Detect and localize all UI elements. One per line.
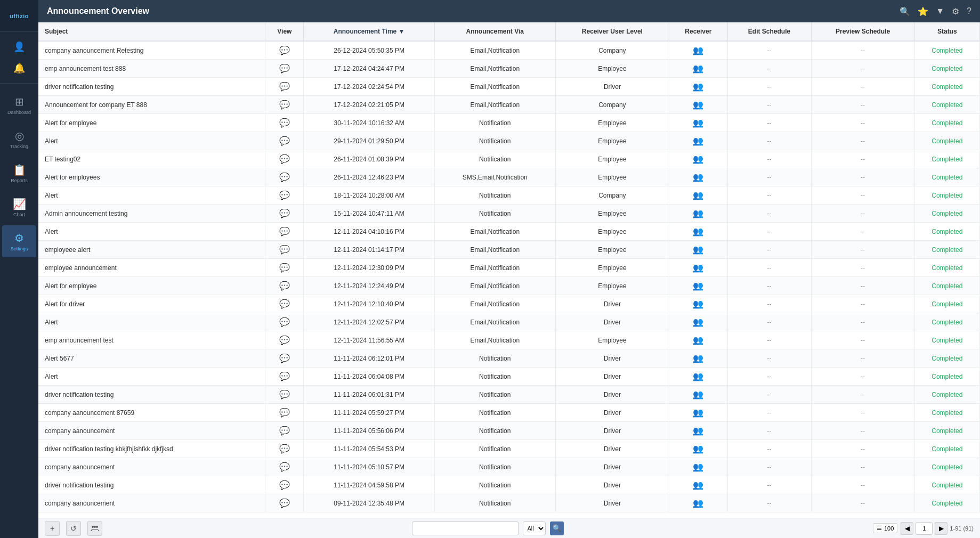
col-edit-schedule[interactable]: Edit Schedule: [727, 22, 811, 41]
sidebar-item-dashboard[interactable]: ⊞ Dashboard: [2, 89, 36, 121]
cell-status: Completed: [914, 277, 979, 295]
cell-via: Notification: [434, 368, 555, 386]
rows-count: 100: [884, 525, 894, 532]
cell-subject: company aanouncement: [38, 458, 265, 476]
cell-view[interactable]: 💬: [265, 422, 304, 440]
rows-per-page[interactable]: ☰ 100: [873, 523, 897, 533]
table-row: emp announcement test 💬 12-11-2024 11:56…: [38, 331, 980, 349]
cell-level: Employee: [555, 331, 669, 349]
cell-edit: --: [727, 132, 811, 150]
cell-status: Completed: [914, 313, 979, 331]
col-announcement-via[interactable]: Announcement Via: [434, 22, 555, 41]
cell-receiver: 👥: [669, 78, 727, 96]
cell-preview: --: [811, 186, 914, 205]
table-container: Subject View Announcement Time ▼ Announc…: [38, 22, 980, 518]
table-row: ET testing02 💬 26-11-2024 01:08:39 PM No…: [38, 150, 980, 168]
col-subject[interactable]: Subject: [38, 22, 265, 41]
export-button[interactable]: [87, 521, 102, 536]
settings-header-icon[interactable]: ⚙: [952, 6, 959, 17]
cell-view[interactable]: 💬: [265, 78, 304, 96]
page-number-input[interactable]: [916, 522, 933, 535]
sidebar-item-reports[interactable]: 📋 Reports: [2, 157, 36, 189]
search-input[interactable]: [412, 521, 519, 535]
cell-view[interactable]: 💬: [265, 60, 304, 78]
cell-level: Employee: [555, 223, 669, 241]
cell-status: Completed: [914, 150, 979, 168]
col-preview-schedule[interactable]: Preview Schedule: [811, 22, 914, 41]
table-row: Announcement for company ET 888 💬 17-12-…: [38, 96, 980, 114]
cell-via: Email,Notification: [434, 96, 555, 114]
cell-view[interactable]: 💬: [265, 494, 304, 512]
cell-status: Completed: [914, 458, 979, 476]
cell-view[interactable]: 💬: [265, 313, 304, 331]
cell-view[interactable]: 💬: [265, 41, 304, 60]
cell-view[interactable]: 💬: [265, 132, 304, 150]
cell-view[interactable]: 💬: [265, 458, 304, 476]
cell-status: Completed: [914, 494, 979, 512]
sidebar-label-chart: Chart: [13, 212, 25, 217]
cell-edit: --: [727, 313, 811, 331]
footer-pagination: ☰ 100 ◀ ▶ 1-91 (91): [873, 522, 974, 535]
col-receiver[interactable]: Receiver: [669, 22, 727, 41]
sidebar: uffizio 👤 🔔 ⊞ Dashboard ◎ Tracking 📋 Rep…: [0, 0, 38, 538]
cell-preview: --: [811, 205, 914, 223]
cell-view[interactable]: 💬: [265, 349, 304, 368]
cell-edit: --: [727, 349, 811, 368]
user-profile-icon[interactable]: 👤: [11, 38, 28, 55]
add-button[interactable]: +: [45, 521, 60, 536]
cell-view[interactable]: 💬: [265, 331, 304, 349]
cell-view[interactable]: 💬: [265, 440, 304, 458]
col-receiver-user-level[interactable]: Receiver User Level: [555, 22, 669, 41]
cell-status: Completed: [914, 114, 979, 132]
cell-view[interactable]: 💬: [265, 205, 304, 223]
sidebar-item-tracking[interactable]: ◎ Tracking: [2, 123, 36, 155]
cell-view[interactable]: 💬: [265, 295, 304, 313]
cell-via: Email,Notification: [434, 295, 555, 313]
cell-level: Employee: [555, 114, 669, 132]
cell-view[interactable]: 💬: [265, 277, 304, 295]
cell-view[interactable]: 💬: [265, 368, 304, 386]
search-submit-button[interactable]: 🔍: [550, 521, 564, 535]
cell-view[interactable]: 💬: [265, 476, 304, 494]
cell-view[interactable]: 💬: [265, 241, 304, 259]
cell-view[interactable]: 💬: [265, 168, 304, 186]
sidebar-item-chart[interactable]: 📈 Chart: [2, 191, 36, 223]
cell-preview: --: [811, 41, 914, 60]
cell-subject: Alert for driver: [38, 295, 265, 313]
cell-receiver: 👥: [669, 41, 727, 60]
table-row: Alert for employees 💬 26-11-2024 12:46:2…: [38, 168, 980, 186]
cell-subject: employeee alert: [38, 241, 265, 259]
prev-page-button[interactable]: ◀: [901, 522, 913, 535]
cell-view[interactable]: 💬: [265, 386, 304, 404]
cell-via: Email,Notification: [434, 223, 555, 241]
cell-view[interactable]: 💬: [265, 114, 304, 132]
next-page-button[interactable]: ▶: [935, 522, 947, 535]
cell-receiver: 👥: [669, 295, 727, 313]
cell-view[interactable]: 💬: [265, 223, 304, 241]
page-title: Announcement Overview: [47, 6, 149, 16]
cell-via: Notification: [434, 150, 555, 168]
search-header-icon[interactable]: 🔍: [900, 6, 910, 17]
cell-edit: --: [727, 295, 811, 313]
col-view[interactable]: View: [265, 22, 304, 41]
col-announcement-time[interactable]: Announcement Time ▼: [304, 22, 435, 41]
cell-view[interactable]: 💬: [265, 186, 304, 205]
cell-edit: --: [727, 386, 811, 404]
table-row: driver notification testing 💬 11-11-2024…: [38, 476, 980, 494]
col-status[interactable]: Status: [914, 22, 979, 41]
star-icon[interactable]: ⭐: [918, 6, 928, 17]
sidebar-nav: ⊞ Dashboard ◎ Tracking 📋 Reports 📈 Chart…: [0, 84, 38, 257]
refresh-button[interactable]: ↺: [66, 521, 81, 536]
cell-view[interactable]: 💬: [265, 404, 304, 422]
filter-select[interactable]: All: [523, 521, 546, 535]
cell-view[interactable]: 💬: [265, 96, 304, 114]
help-icon[interactable]: ?: [967, 6, 971, 16]
cell-preview: --: [811, 313, 914, 331]
cell-receiver: 👥: [669, 368, 727, 386]
cell-view[interactable]: 💬: [265, 259, 304, 277]
cell-view[interactable]: 💬: [265, 150, 304, 168]
filter-header-icon[interactable]: ▼: [936, 6, 944, 16]
cell-receiver: 👥: [669, 259, 727, 277]
sidebar-item-settings[interactable]: ⚙ Settings: [2, 225, 36, 257]
notifications-icon[interactable]: 🔔: [11, 60, 28, 77]
